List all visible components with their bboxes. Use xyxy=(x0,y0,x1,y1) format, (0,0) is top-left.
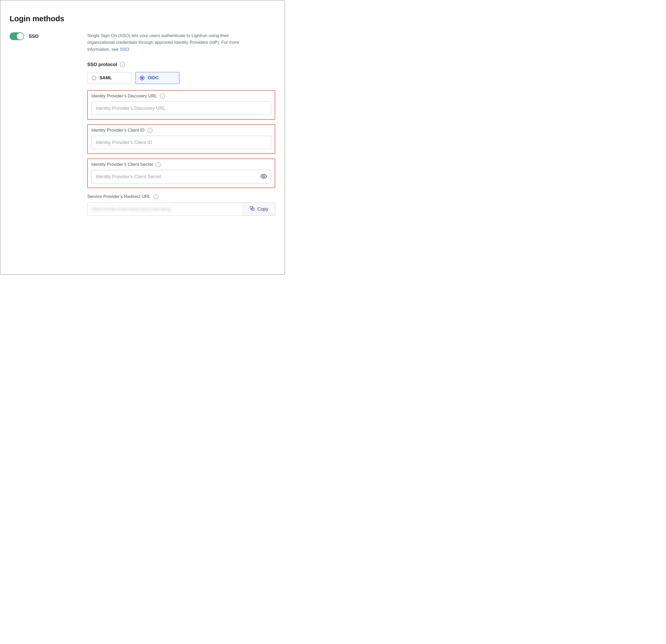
client-id-input[interactable] xyxy=(91,136,271,149)
radio-icon xyxy=(140,75,144,80)
info-icon[interactable] xyxy=(160,93,165,99)
sso-description-text: Single Sign-On (SSO) lets your users aut… xyxy=(87,33,239,52)
protocol-option-saml[interactable]: SAML xyxy=(87,72,131,84)
sso-toggle-group: SSO xyxy=(10,32,87,40)
sso-description: Single Sign-On (SSO) lets your users aut… xyxy=(87,32,248,53)
svg-point-11 xyxy=(158,163,159,164)
redirect-url-value: https://smtp.ondemand.sms.internal.lg xyxy=(88,203,243,216)
svg-point-8 xyxy=(150,129,150,130)
protocol-option-label: OIDC xyxy=(147,75,159,81)
protocol-radio-group: SAML OIDC xyxy=(87,72,275,84)
sso-protocol-label-text: SSO protocol xyxy=(87,62,117,67)
copy-button-label: Copy xyxy=(257,206,268,212)
svg-point-12 xyxy=(263,175,265,177)
discovery-url-block: Identity Provider’s Discovery URL xyxy=(87,90,275,120)
redirect-url-label: Service Provider’s Redirect URL xyxy=(87,194,275,200)
info-icon[interactable] xyxy=(147,128,153,133)
svg-point-2 xyxy=(122,63,123,64)
copy-redirect-url-button[interactable]: Copy xyxy=(243,203,275,216)
client-secret-input[interactable] xyxy=(91,170,271,183)
info-icon[interactable] xyxy=(155,162,161,167)
radio-icon xyxy=(92,75,96,80)
protocol-option-oidc[interactable]: OIDC xyxy=(136,72,179,84)
sso-toggle[interactable] xyxy=(10,32,24,40)
reveal-secret-button[interactable] xyxy=(259,172,268,182)
sso-description-tail: . xyxy=(129,47,130,52)
sso-doc-link[interactable]: SSO xyxy=(120,47,129,52)
protocol-option-label: SAML xyxy=(100,75,112,81)
login-methods-panel: Login methods SSO Single Sign-On (SSO) l… xyxy=(0,0,285,275)
redirect-url-label-text: Service Provider’s Redirect URL xyxy=(87,194,151,199)
discovery-url-input[interactable] xyxy=(91,102,271,115)
client-id-block: Identity Provider’s Client ID xyxy=(87,124,275,154)
svg-point-15 xyxy=(156,195,156,196)
sso-toggle-label: SSO xyxy=(29,34,39,39)
redirect-url-row: https://smtp.ondemand.sms.internal.lg Co… xyxy=(87,203,275,216)
toggle-knob xyxy=(17,33,23,40)
info-icon[interactable] xyxy=(153,194,159,200)
eye-icon xyxy=(260,177,267,181)
sso-right-column: Single Sign-On (SSO) lets your users aut… xyxy=(87,32,275,216)
copy-icon xyxy=(250,206,255,213)
client-secret-label: Identity Provider’s Client Secret xyxy=(91,162,271,167)
discovery-url-label: Identity Provider’s Discovery URL xyxy=(91,93,271,99)
info-icon[interactable] xyxy=(120,62,125,67)
client-secret-input-wrap xyxy=(91,170,271,183)
client-secret-label-text: Identity Provider’s Client Secret xyxy=(91,162,153,167)
client-id-label-text: Identity Provider’s Client ID xyxy=(91,128,144,133)
client-id-label: Identity Provider’s Client ID xyxy=(91,128,271,133)
sso-row: SSO Single Sign-On (SSO) lets your users… xyxy=(10,32,275,216)
discovery-url-label-text: Identity Provider’s Discovery URL xyxy=(91,94,157,99)
client-secret-block: Identity Provider’s Client Secret xyxy=(87,158,275,188)
page-title: Login methods xyxy=(10,14,275,23)
svg-point-5 xyxy=(162,95,163,95)
sso-protocol-label: SSO protocol xyxy=(87,62,275,67)
